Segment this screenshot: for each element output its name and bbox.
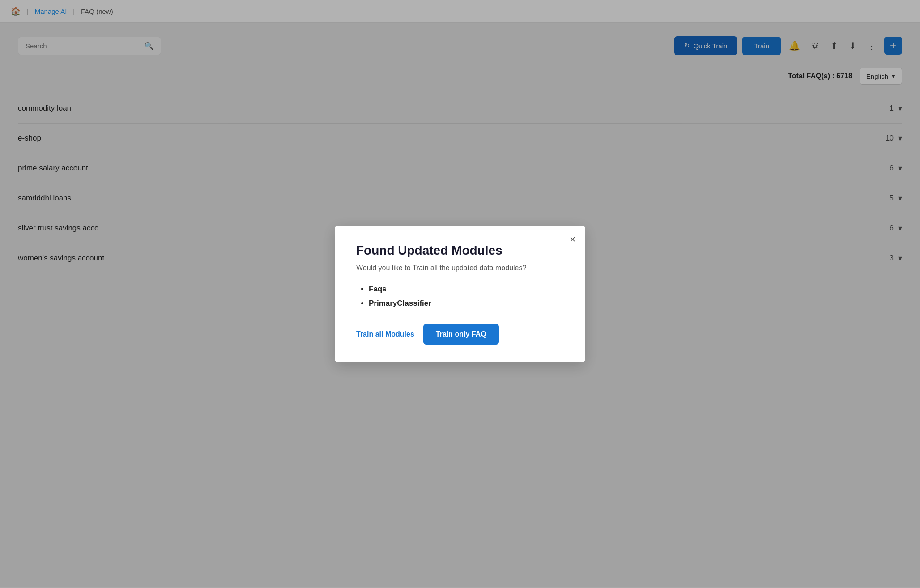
- modal-title: Found Updated Modules: [356, 243, 564, 258]
- train-all-modules-button[interactable]: Train all Modules: [356, 326, 414, 343]
- module-list-item: PrimaryClassifier: [369, 299, 564, 308]
- modal-close-button[interactable]: ×: [570, 234, 575, 245]
- modal-dialog: × Found Updated Modules Would you like t…: [335, 226, 585, 362]
- modal-overlay: × Found Updated Modules Would you like t…: [0, 0, 920, 588]
- train-only-faq-button[interactable]: Train only FAQ: [423, 324, 499, 345]
- module-list-item: Faqs: [369, 285, 564, 294]
- modules-list: FaqsPrimaryClassifier: [356, 285, 564, 308]
- modal-subtitle: Would you like to Train all the updated …: [356, 264, 564, 272]
- modal-actions: Train all Modules Train only FAQ: [356, 324, 564, 345]
